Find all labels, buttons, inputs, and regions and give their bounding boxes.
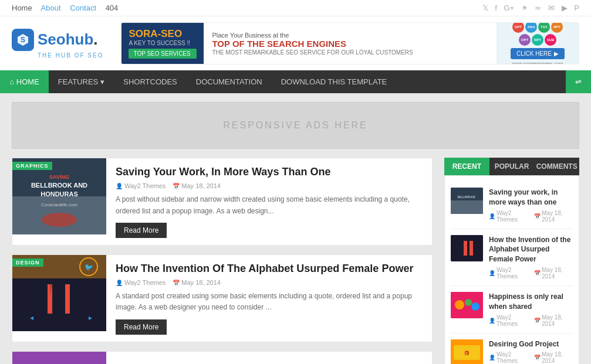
- sidebar-cal-icon-1: 📅: [534, 213, 541, 219]
- sidebar-item-thumb-4: 🎁: [451, 339, 483, 364]
- nav-about-link[interactable]: About: [41, 4, 61, 12]
- nav-contact-link[interactable]: Contact: [70, 4, 96, 12]
- sidebar-date-text-1: May 18, 2014: [542, 210, 573, 223]
- nav-home-link[interactable]: Home: [12, 4, 32, 12]
- nav-item-shortcodes[interactable]: SHORTCODES: [114, 70, 187, 93]
- sidebar-content: BELLBROOK Saving your work, in more ways…: [444, 175, 579, 364]
- google-plus-icon[interactable]: G+: [504, 4, 514, 12]
- svg-text:SAVING: SAVING: [49, 174, 69, 180]
- sidebar: RECENT POPULAR COMMENTS BELLBROOK Saving…: [444, 158, 579, 364]
- home-icon: ⌂: [9, 77, 14, 86]
- sidebar-info-4: Desiring God Project 👤 Way2 Themes 📅 May…: [489, 339, 573, 364]
- sidebar-author-2: 👤 Way2 Themes: [489, 267, 529, 280]
- read-more-button-2[interactable]: Read More: [116, 319, 167, 335]
- post-meta-1: 👤 Way2 Themes 📅 May 18, 2014: [116, 182, 423, 189]
- svg-rect-21: [451, 200, 483, 214]
- nav-item-download[interactable]: DOWNLOAD THIS TEMPLATE: [272, 70, 397, 93]
- sidebar-item-thumb-2: [451, 235, 483, 261]
- shuffle-button[interactable]: ⇌: [566, 70, 591, 93]
- sidebar-user-icon-4: 👤: [489, 355, 495, 360]
- user-icon-1: 👤: [116, 183, 123, 189]
- sidebar-user-icon-3: 👤: [489, 318, 495, 324]
- sidebar-item-4: 🎁 Desiring God Project 👤 Way2 Themes 📅 M…: [451, 334, 573, 364]
- sidebar-meta-1: 👤 Way2 Themes 📅 May 18, 2014: [489, 210, 573, 223]
- sidebar-tab-comments[interactable]: COMMENTS: [534, 158, 579, 175]
- chevron-down-icon: ▾: [100, 77, 104, 86]
- sidebar-info-3: Happiness is only real when shared 👤 Way…: [489, 292, 573, 327]
- logo-icon: S: [12, 29, 34, 51]
- svg-rect-18: [12, 352, 106, 364]
- youtube-icon[interactable]: ▶: [562, 4, 568, 12]
- svg-text:🎁: 🎁: [464, 350, 470, 356]
- svg-rect-14: [65, 284, 70, 314]
- sidebar-author-name-3: Way2 Themes: [497, 314, 529, 327]
- svg-point-29: [471, 302, 479, 311]
- sidebar-item-title-2[interactable]: How the Invention of the Alphabet Usurpe…: [489, 235, 573, 264]
- nav-home-label: HOME: [16, 77, 39, 86]
- sidebar-cal-icon-4: 📅: [534, 355, 541, 360]
- sidebar-author-name-1: Way2 Themes: [497, 210, 529, 223]
- shuffle-icon: ⇌: [575, 77, 582, 86]
- sidebar-meta-2: 👤 Way2 Themes 📅 May 18, 2014: [489, 267, 573, 280]
- nav-item-features[interactable]: FEATURES ▾: [49, 70, 114, 93]
- nav-item-home[interactable]: ⌂ HOME: [0, 70, 49, 93]
- post-title-2: How The Invention Of The Alphabet Usurpe…: [116, 262, 423, 275]
- post-author-1: Way2 Themes: [124, 182, 166, 189]
- banner-brand: SORA-SEO: [129, 28, 197, 40]
- sidebar-item-thumb-3: [451, 292, 483, 318]
- sidebar-item-title-4[interactable]: Desiring God Project: [489, 339, 573, 349]
- main-navigation: ⌂ HOME FEATURES ▾ SHORTCODES DOCUMENTATI…: [0, 70, 591, 93]
- sidebar-info-2: How the Invention of the Alphabet Usurpe…: [489, 235, 573, 280]
- sidebar-item-title-1[interactable]: Saving your work, in more ways than one: [489, 188, 573, 207]
- banner-left: SORA-SEO A KEY TO SUCCESS !! TOP SEO SER…: [121, 23, 204, 64]
- banner-mid: Place Your Business at the TOP OF THE SE…: [204, 27, 497, 60]
- sidebar-cal-icon-3: 📅: [534, 318, 541, 324]
- sidebar-tab-recent[interactable]: RECENT: [444, 158, 489, 175]
- post-title-1: Saving Your Work, In More Ways Than One: [116, 165, 423, 179]
- facebook-icon[interactable]: f: [495, 4, 497, 12]
- banner-url: www.soratemplates.com: [512, 61, 563, 65]
- main-posts: SAVING BELLBROOK AND HONDURAS Covenantli…: [12, 158, 433, 364]
- svg-text:BELLBROOK AND: BELLBROOK AND: [31, 182, 87, 189]
- post-body-2: How The Invention Of The Alphabet Usurpe…: [106, 255, 432, 342]
- pinterest-icon[interactable]: P: [574, 4, 579, 12]
- nav-item-documentation[interactable]: DOCUMENTATION: [187, 70, 272, 93]
- post-card-2: 🐦 ◀ ▶ DESIGN How The Invention Of The Al…: [12, 254, 433, 342]
- sidebar-item-1: BELLBROOK Saving your work, in more ways…: [451, 182, 573, 229]
- email-icon[interactable]: ✉: [548, 4, 555, 12]
- banner-mid-line2: TOP OF THE SEARCH ENGINES: [212, 39, 488, 49]
- nav-404-link[interactable]: 404: [106, 4, 119, 12]
- sidebar-info-1: Saving your work, in more ways than one …: [489, 188, 573, 223]
- post-meta-2: 👤 Way2 Themes 📅 May 18, 2014: [116, 279, 423, 286]
- post-author-icon-2: 👤 Way2 Themes: [116, 279, 166, 286]
- rss-icon[interactable]: ≃: [535, 4, 541, 12]
- banner-circles: OPT ANA TGT RPT OPT RPT SUB: [511, 22, 564, 46]
- sidebar-author-3: 👤 Way2 Themes: [489, 314, 529, 327]
- post-excerpt-2: A standard post created using some basic…: [116, 291, 423, 313]
- content-area: SAVING BELLBROOK AND HONDURAS Covenantli…: [0, 158, 591, 364]
- read-more-button-1[interactable]: Read More: [116, 223, 167, 238]
- logo-row: S Seohub.: [12, 29, 98, 51]
- svg-text:◀: ◀: [30, 315, 34, 321]
- sidebar-item-title-3[interactable]: Happiness is only real when shared: [489, 292, 573, 312]
- sidebar-item-thumb-1: BELLBROOK: [451, 188, 483, 214]
- site-header: S Seohub. THE HUB OF SEO SORA-SEO A KEY …: [0, 16, 591, 70]
- sidebar-item-3: Happiness is only real when shared 👤 Way…: [451, 286, 573, 334]
- svg-text:HONDURAS: HONDURAS: [40, 190, 78, 198]
- instagram-icon[interactable]: ☀: [521, 4, 528, 12]
- twitter-icon[interactable]: 𝕏: [482, 4, 488, 12]
- logo-svg: S: [16, 33, 29, 46]
- sidebar-user-icon-1: 👤: [489, 213, 495, 219]
- circle-2: ANA: [525, 22, 537, 33]
- banner-cta[interactable]: TOP SEO SERVICES: [129, 49, 197, 59]
- circle-4: RPT: [551, 22, 563, 33]
- post-date-1: May 18, 2014: [181, 182, 221, 189]
- click-here-button[interactable]: CLICK HERE ▶: [511, 48, 565, 59]
- header-banner-ad[interactable]: SORA-SEO A KEY TO SUCCESS !! TOP SEO SER…: [121, 22, 579, 64]
- sidebar-author-name-2: Way2 Themes: [497, 267, 529, 280]
- sidebar-tab-popular[interactable]: POPULAR: [489, 158, 535, 175]
- sidebar-author-name-4: Way2 Themes: [497, 351, 529, 364]
- post-card-1: SAVING BELLBROOK AND HONDURAS Covenantli…: [12, 158, 433, 246]
- user-icon-2: 👤: [116, 280, 123, 286]
- sidebar-author-1: 👤 Way2 Themes: [489, 210, 529, 223]
